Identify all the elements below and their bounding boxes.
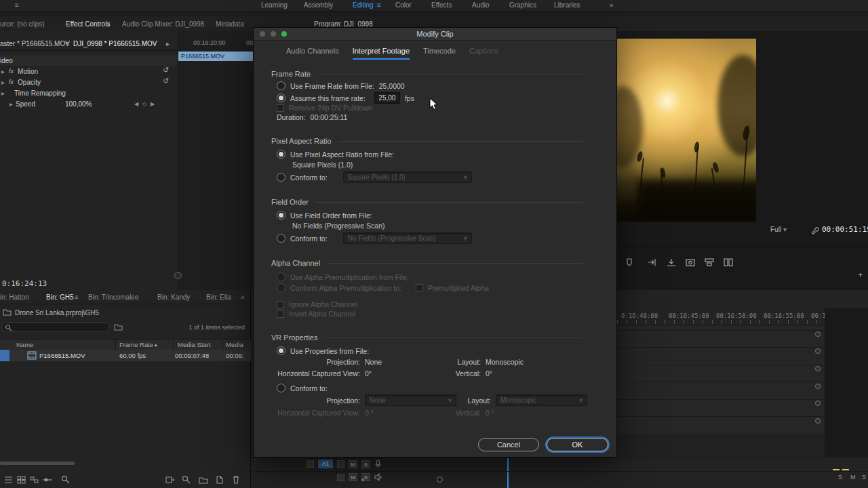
track-dot[interactable]: [815, 418, 821, 424]
reset-motion-icon[interactable]: ↺: [163, 66, 169, 75]
radio-selected-icon[interactable]: [277, 94, 285, 102]
track-dot[interactable]: [815, 331, 821, 337]
workspace-libraries[interactable]: Libraries: [554, 1, 580, 9]
tab-source-monitor[interactable]: urce: (no clips): [0, 20, 45, 28]
solo-button[interactable]: S: [862, 474, 866, 481]
track-lock-button[interactable]: [337, 460, 344, 468]
settings-wrench-icon[interactable]: [810, 226, 819, 235]
frame-rate-input[interactable]: [374, 92, 400, 104]
bin-panel-menu-icon[interactable]: ≡: [75, 293, 79, 301]
add-keyframe-icon[interactable]: ◇: [142, 101, 146, 107]
track-dot[interactable]: [815, 384, 821, 389]
workspace-assembly[interactable]: Assembly: [304, 1, 333, 9]
use-par-from-file-option[interactable]: Use Pixel Aspect Ratio from File:: [277, 150, 394, 159]
lift-icon[interactable]: [704, 258, 715, 267]
reset-opacity-icon[interactable]: ↺: [163, 77, 169, 85]
zoom-knob[interactable]: [361, 479, 364, 481]
tab-bin-kandy[interactable]: Bin: Kandy: [157, 293, 190, 301]
track-dot[interactable]: [815, 348, 821, 354]
expander-icon[interactable]: ▸: [1, 89, 5, 97]
source-patch-button[interactable]: [307, 460, 314, 468]
par-conform-option[interactable]: Conform to: Square Pixels (1.0) ▾: [277, 171, 472, 183]
tab-bin-trincomalee[interactable]: Bin: Trincomalee: [88, 293, 138, 301]
table-row[interactable]: P1666515.MOV 60,00 fps 00:09:07:48 00:09…: [0, 350, 251, 361]
workspace-learning[interactable]: Learning: [261, 1, 288, 9]
filter-bin-icon[interactable]: [114, 323, 123, 331]
bin-path[interactable]: Drone Sri Lanka.prproj\GH5: [15, 309, 99, 317]
prev-keyframe-icon[interactable]: ◀: [134, 101, 138, 107]
program-timecode[interactable]: 00:00:51:19: [822, 225, 868, 234]
ecp-row-time-remapping[interactable]: ▸ Time Remapping: [0, 87, 178, 98]
effect-controls-panel-menu-icon[interactable]: ≡: [106, 20, 111, 28]
overwrite-icon[interactable]: [666, 258, 677, 267]
tab-interpret-footage[interactable]: Interpret Footage: [353, 47, 410, 60]
radio-icon[interactable]: [277, 384, 285, 392]
workspace-editing[interactable]: Editing: [353, 1, 374, 9]
track-a1-badge[interactable]: A1: [318, 460, 333, 468]
list-view-icon[interactable]: [4, 476, 13, 484]
radio-icon[interactable]: [277, 234, 285, 243]
column-media-duration[interactable]: Media: [226, 341, 243, 348]
ecp-video-section[interactable]: ideo: [0, 55, 178, 66]
ecp-current-timecode[interactable]: 0:16:24:13: [2, 279, 47, 288]
new-item-icon[interactable]: [216, 476, 224, 484]
tab-bin-gh5[interactable]: Bin: GH5: [46, 293, 74, 301]
export-frame-icon[interactable]: [685, 258, 696, 267]
speaker-icon[interactable]: [374, 473, 383, 481]
mute-button[interactable]: M: [850, 474, 856, 481]
find-icon[interactable]: [182, 475, 191, 484]
expander-icon[interactable]: ▸: [1, 79, 5, 86]
scroll-knob[interactable]: [437, 476, 443, 483]
vr-conform-option[interactable]: Conform to:: [277, 384, 328, 392]
ecp-timeline-toggle-icon[interactable]: ▸: [166, 40, 170, 47]
master-clip-label[interactable]: aster * P1666515.MOV: [0, 40, 70, 47]
zoom-slider[interactable]: [42, 476, 53, 484]
workspace-graphics[interactable]: Graphics: [509, 1, 536, 9]
use-field-order-from-file-option[interactable]: Use Field Order from File:: [277, 211, 372, 220]
radio-selected-icon[interactable]: [277, 346, 285, 355]
mute-button[interactable]: M: [349, 473, 357, 481]
project-search-box[interactable]: [1, 322, 110, 332]
radio-icon[interactable]: [277, 173, 285, 182]
workspace-effects[interactable]: Effects: [431, 1, 452, 9]
tab-audio-channels[interactable]: Audio Channels: [286, 47, 339, 60]
tab-bin-hatton[interactable]: in: Hatton: [0, 293, 29, 301]
assume-frame-rate-option[interactable]: Assume this frame rate: fps: [277, 92, 414, 104]
radio-selected-icon[interactable]: [277, 211, 285, 220]
track-area[interactable]: [617, 325, 825, 434]
solo-button[interactable]: S: [361, 460, 370, 468]
ecp-clip-bar[interactable]: P1666515.MOV: [178, 52, 254, 61]
tab-metadata[interactable]: Metadata: [216, 20, 244, 28]
column-media-start[interactable]: Media Start: [178, 341, 211, 348]
radio-icon[interactable]: [277, 81, 285, 90]
hamburger-icon[interactable]: ≡: [15, 1, 19, 9]
cancel-button[interactable]: Cancel: [478, 438, 539, 451]
voiceover-mic-icon[interactable]: [374, 460, 382, 468]
column-name[interactable]: Name: [16, 341, 33, 348]
freeform-view-icon[interactable]: [30, 476, 39, 484]
speed-value[interactable]: 100,00%: [65, 100, 92, 108]
tab-timecode[interactable]: Timecode: [423, 47, 456, 60]
ecp-row-motion[interactable]: ▸ fx Motion ↺: [0, 66, 178, 77]
dialog-titlebar[interactable]: Modify Clip: [254, 28, 616, 41]
solo-button[interactable]: S: [838, 474, 842, 481]
mute-button[interactable]: M: [349, 460, 357, 468]
field-order-conform-option[interactable]: Conform to: No Fields (Progressive Scan)…: [277, 232, 472, 244]
search-input[interactable]: [13, 323, 109, 333]
ecp-row-opacity[interactable]: ▸ fx Opacity ↺: [0, 77, 178, 87]
workspace-audio[interactable]: Audio: [472, 1, 490, 9]
insert-icon[interactable]: [647, 258, 658, 267]
track-lock-button[interactable]: [337, 474, 344, 481]
ecp-mini-timeline[interactable]: 00:16:20:00 00 P1666515.MOV: [178, 31, 254, 290]
expander-icon[interactable]: ▸: [1, 68, 5, 75]
zoom-level-select[interactable]: Full ▾: [770, 226, 787, 233]
button-editor-plus-icon[interactable]: +: [858, 270, 863, 280]
use-vr-from-file-option[interactable]: Use Properties from File:: [277, 346, 369, 355]
use-frame-rate-from-file-option[interactable]: Use Frame Rate from File: 25,0000: [277, 81, 405, 90]
tab-bin-ella[interactable]: Bin: Ella: [206, 293, 231, 301]
horizontal-scrollbar[interactable]: [0, 462, 75, 465]
ok-button[interactable]: OK: [547, 438, 608, 451]
track-dot[interactable]: [815, 366, 821, 371]
automate-to-sequence-icon[interactable]: [165, 476, 175, 484]
track-dot[interactable]: [815, 401, 821, 406]
